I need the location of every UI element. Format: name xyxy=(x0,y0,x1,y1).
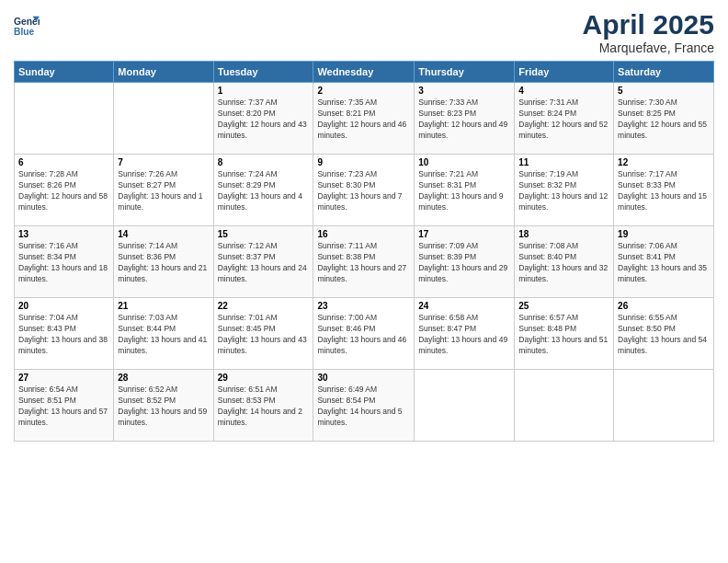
calendar-cell: 3Sunrise: 7:33 AM Sunset: 8:23 PM Daylig… xyxy=(415,83,515,155)
calendar-cell: 24Sunrise: 6:58 AM Sunset: 8:47 PM Dayli… xyxy=(415,298,515,370)
day-number: 27 xyxy=(18,373,109,383)
day-number: 22 xyxy=(218,301,310,311)
day-number: 26 xyxy=(618,301,710,311)
calendar-cell: 13Sunrise: 7:16 AM Sunset: 8:34 PM Dayli… xyxy=(15,226,114,298)
header-row: Sunday Monday Tuesday Wednesday Thursday… xyxy=(15,62,714,83)
col-wednesday: Wednesday xyxy=(313,62,415,83)
day-info: Sunrise: 7:14 AM Sunset: 8:36 PM Dayligh… xyxy=(118,241,209,285)
col-friday: Friday xyxy=(515,62,614,83)
calendar-cell: 18Sunrise: 7:08 AM Sunset: 8:40 PM Dayli… xyxy=(515,226,614,298)
day-number: 24 xyxy=(418,301,510,311)
day-info: Sunrise: 6:57 AM Sunset: 8:48 PM Dayligh… xyxy=(518,313,609,357)
calendar-cell: 28Sunrise: 6:52 AM Sunset: 8:52 PM Dayli… xyxy=(114,370,213,442)
day-number: 20 xyxy=(18,301,109,311)
day-info: Sunrise: 7:23 AM Sunset: 8:30 PM Dayligh… xyxy=(317,169,410,213)
day-info: Sunrise: 7:03 AM Sunset: 8:44 PM Dayligh… xyxy=(118,313,209,357)
calendar-cell: 15Sunrise: 7:12 AM Sunset: 8:37 PM Dayli… xyxy=(213,226,313,298)
day-number: 17 xyxy=(418,229,510,239)
day-number: 23 xyxy=(317,301,410,311)
day-info: Sunrise: 7:01 AM Sunset: 8:45 PM Dayligh… xyxy=(218,313,310,357)
calendar-cell: 27Sunrise: 6:54 AM Sunset: 8:51 PM Dayli… xyxy=(15,370,114,442)
day-number: 30 xyxy=(317,373,410,383)
day-info: Sunrise: 7:19 AM Sunset: 8:32 PM Dayligh… xyxy=(518,169,609,213)
day-info: Sunrise: 7:06 AM Sunset: 8:41 PM Dayligh… xyxy=(618,241,710,285)
day-number: 7 xyxy=(118,157,209,167)
calendar-cell: 16Sunrise: 7:11 AM Sunset: 8:38 PM Dayli… xyxy=(313,226,415,298)
calendar-cell: 9Sunrise: 7:23 AM Sunset: 8:30 PM Daylig… xyxy=(313,155,415,226)
day-info: Sunrise: 6:54 AM Sunset: 8:51 PM Dayligh… xyxy=(18,385,109,429)
day-info: Sunrise: 7:08 AM Sunset: 8:40 PM Dayligh… xyxy=(518,241,609,285)
calendar-cell: 21Sunrise: 7:03 AM Sunset: 8:44 PM Dayli… xyxy=(114,298,213,370)
day-number: 19 xyxy=(618,229,710,239)
day-info: Sunrise: 7:37 AM Sunset: 8:20 PM Dayligh… xyxy=(218,98,310,142)
calendar-cell xyxy=(15,83,114,155)
calendar-cell: 25Sunrise: 6:57 AM Sunset: 8:48 PM Dayli… xyxy=(515,298,614,370)
day-info: Sunrise: 7:09 AM Sunset: 8:39 PM Dayligh… xyxy=(418,241,510,285)
calendar-cell: 8Sunrise: 7:24 AM Sunset: 8:29 PM Daylig… xyxy=(213,155,313,226)
day-number: 4 xyxy=(518,86,609,96)
calendar-cell: 17Sunrise: 7:09 AM Sunset: 8:39 PM Dayli… xyxy=(415,226,515,298)
calendar-cell xyxy=(415,370,515,442)
calendar-cell: 22Sunrise: 7:01 AM Sunset: 8:45 PM Dayli… xyxy=(213,298,313,370)
page: General Blue April 2025 Marquefave, Fran… xyxy=(0,0,728,563)
calendar-cell xyxy=(515,370,614,442)
title-area: April 2025 Marquefave, France xyxy=(583,9,714,55)
calendar-cell: 6Sunrise: 7:28 AM Sunset: 8:26 PM Daylig… xyxy=(15,155,114,226)
day-info: Sunrise: 7:16 AM Sunset: 8:34 PM Dayligh… xyxy=(18,241,109,285)
day-number: 21 xyxy=(118,301,209,311)
day-info: Sunrise: 7:21 AM Sunset: 8:31 PM Dayligh… xyxy=(418,169,510,213)
header-area: General Blue April 2025 Marquefave, Fran… xyxy=(14,9,714,55)
day-number: 10 xyxy=(418,157,510,167)
day-number: 18 xyxy=(518,229,609,239)
calendar-cell: 20Sunrise: 7:04 AM Sunset: 8:43 PM Dayli… xyxy=(15,298,114,370)
day-info: Sunrise: 6:49 AM Sunset: 8:54 PM Dayligh… xyxy=(317,385,410,429)
day-number: 12 xyxy=(618,157,710,167)
day-number: 6 xyxy=(18,157,109,167)
week-row-2: 6Sunrise: 7:28 AM Sunset: 8:26 PM Daylig… xyxy=(15,155,714,226)
calendar-cell: 7Sunrise: 7:26 AM Sunset: 8:27 PM Daylig… xyxy=(114,155,213,226)
day-info: Sunrise: 6:58 AM Sunset: 8:47 PM Dayligh… xyxy=(418,313,510,357)
day-number: 16 xyxy=(317,229,410,239)
day-info: Sunrise: 7:31 AM Sunset: 8:24 PM Dayligh… xyxy=(518,98,609,142)
logo: General Blue xyxy=(14,13,43,39)
day-info: Sunrise: 7:04 AM Sunset: 8:43 PM Dayligh… xyxy=(18,313,109,357)
calendar-cell: 4Sunrise: 7:31 AM Sunset: 8:24 PM Daylig… xyxy=(515,83,614,155)
day-info: Sunrise: 7:12 AM Sunset: 8:37 PM Dayligh… xyxy=(218,241,310,285)
day-number: 1 xyxy=(218,86,310,96)
main-title: April 2025 xyxy=(583,9,714,40)
day-number: 5 xyxy=(618,86,710,96)
day-info: Sunrise: 7:11 AM Sunset: 8:38 PM Dayligh… xyxy=(317,241,410,285)
calendar-cell: 23Sunrise: 7:00 AM Sunset: 8:46 PM Dayli… xyxy=(313,298,415,370)
day-number: 11 xyxy=(518,157,609,167)
col-sunday: Sunday xyxy=(15,62,114,83)
logo-icon: General Blue xyxy=(14,13,40,39)
calendar-cell: 1Sunrise: 7:37 AM Sunset: 8:20 PM Daylig… xyxy=(213,83,313,155)
calendar-cell: 29Sunrise: 6:51 AM Sunset: 8:53 PM Dayli… xyxy=(213,370,313,442)
svg-text:Blue: Blue xyxy=(14,27,35,37)
calendar-cell xyxy=(114,83,213,155)
calendar-cell: 5Sunrise: 7:30 AM Sunset: 8:25 PM Daylig… xyxy=(614,83,714,155)
day-number: 2 xyxy=(317,86,410,96)
day-number: 29 xyxy=(218,373,310,383)
day-number: 13 xyxy=(18,229,109,239)
col-tuesday: Tuesday xyxy=(213,62,313,83)
subtitle: Marquefave, France xyxy=(583,40,714,55)
calendar-cell: 26Sunrise: 6:55 AM Sunset: 8:50 PM Dayli… xyxy=(614,298,714,370)
calendar-cell: 11Sunrise: 7:19 AM Sunset: 8:32 PM Dayli… xyxy=(515,155,614,226)
day-info: Sunrise: 6:52 AM Sunset: 8:52 PM Dayligh… xyxy=(118,385,209,429)
day-info: Sunrise: 7:26 AM Sunset: 8:27 PM Dayligh… xyxy=(118,169,209,213)
calendar-cell: 19Sunrise: 7:06 AM Sunset: 8:41 PM Dayli… xyxy=(614,226,714,298)
week-row-1: 1Sunrise: 7:37 AM Sunset: 8:20 PM Daylig… xyxy=(15,83,714,155)
day-info: Sunrise: 7:33 AM Sunset: 8:23 PM Dayligh… xyxy=(418,98,510,142)
calendar-cell: 10Sunrise: 7:21 AM Sunset: 8:31 PM Dayli… xyxy=(415,155,515,226)
day-info: Sunrise: 7:17 AM Sunset: 8:33 PM Dayligh… xyxy=(618,169,710,213)
day-number: 9 xyxy=(317,157,410,167)
col-saturday: Saturday xyxy=(614,62,714,83)
calendar-cell: 30Sunrise: 6:49 AM Sunset: 8:54 PM Dayli… xyxy=(313,370,415,442)
week-row-3: 13Sunrise: 7:16 AM Sunset: 8:34 PM Dayli… xyxy=(15,226,714,298)
calendar-cell: 12Sunrise: 7:17 AM Sunset: 8:33 PM Dayli… xyxy=(614,155,714,226)
week-row-5: 27Sunrise: 6:54 AM Sunset: 8:51 PM Dayli… xyxy=(15,370,714,442)
col-monday: Monday xyxy=(114,62,213,83)
day-info: Sunrise: 7:24 AM Sunset: 8:29 PM Dayligh… xyxy=(218,169,310,213)
day-number: 25 xyxy=(518,301,609,311)
